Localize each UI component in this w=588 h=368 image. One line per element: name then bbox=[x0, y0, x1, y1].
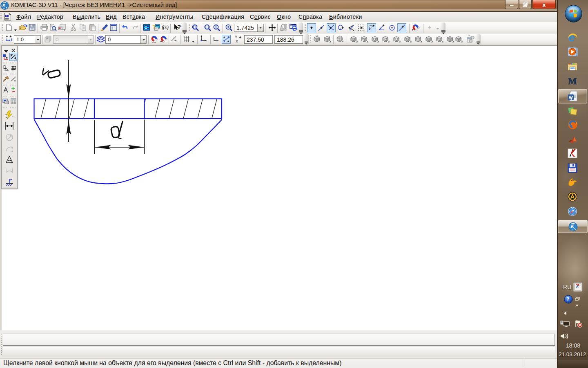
svg-text:X: X bbox=[236, 39, 238, 43]
svg-text:?: ? bbox=[567, 296, 570, 303]
svg-text:e: e bbox=[568, 32, 575, 43]
svg-text:M: M bbox=[568, 76, 577, 86]
svg-text:f(x): f(x) bbox=[162, 25, 169, 30]
svg-text:Y: Y bbox=[235, 35, 237, 39]
svg-text:?: ? bbox=[177, 24, 181, 30]
